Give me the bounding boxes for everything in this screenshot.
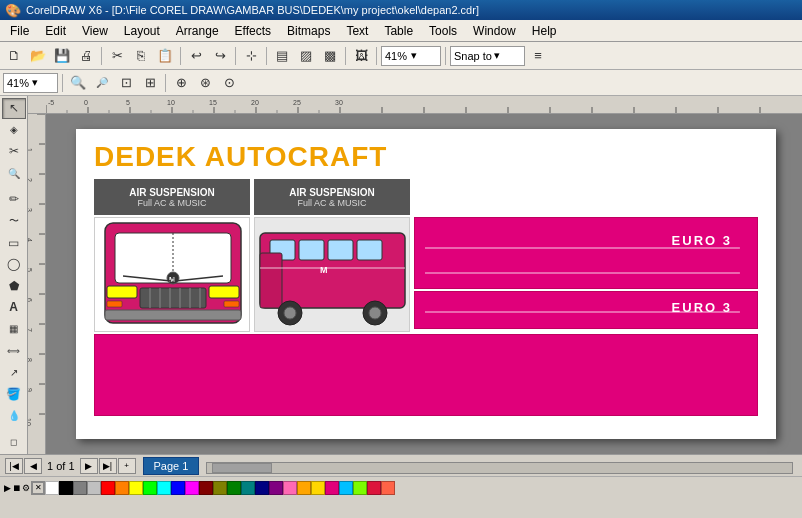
color-swatch[interactable] bbox=[101, 481, 115, 495]
pink-panel-mid: EURO 3 bbox=[414, 291, 758, 329]
color-swatch[interactable] bbox=[227, 481, 241, 495]
no-fill-swatch[interactable]: ✕ bbox=[31, 481, 45, 495]
menu-item-edit[interactable]: Edit bbox=[37, 22, 74, 40]
save-button[interactable]: 💾 bbox=[51, 45, 73, 67]
settings-icon[interactable]: ⚙ bbox=[22, 483, 30, 493]
new-button[interactable]: 🗋 bbox=[3, 45, 25, 67]
last-page-button[interactable]: ▶| bbox=[99, 458, 117, 474]
freehand-tool[interactable]: ✏ bbox=[2, 189, 26, 210]
color-swatch[interactable] bbox=[297, 481, 311, 495]
zoom-fit-button[interactable]: ⊡ bbox=[115, 72, 137, 94]
pointer-tool[interactable]: ↖ bbox=[2, 98, 26, 119]
color-swatch[interactable] bbox=[199, 481, 213, 495]
text-tool-btn[interactable]: A bbox=[2, 297, 26, 318]
next-page-button[interactable]: ▶ bbox=[80, 458, 98, 474]
color-swatch[interactable] bbox=[269, 481, 283, 495]
table-tool[interactable]: ▦ bbox=[2, 319, 26, 340]
color-swatch[interactable] bbox=[73, 481, 87, 495]
menu-item-effects[interactable]: Effects bbox=[227, 22, 279, 40]
svg-text:M: M bbox=[320, 265, 328, 275]
zoom-in-button[interactable]: 🔍 bbox=[67, 72, 89, 94]
smart-draw-tool[interactable]: 〜 bbox=[2, 211, 26, 232]
bus-front-svg: M bbox=[95, 218, 250, 332]
color-swatch[interactable] bbox=[381, 481, 395, 495]
zoom2-dropdown[interactable]: 41% ▾ bbox=[3, 73, 58, 93]
color-swatch[interactable] bbox=[311, 481, 325, 495]
sep4 bbox=[266, 47, 267, 65]
first-page-button[interactable]: |◀ bbox=[5, 458, 23, 474]
eyedropper-tool[interactable]: 💧 bbox=[2, 405, 26, 426]
cut-button[interactable]: ✂ bbox=[106, 45, 128, 67]
color-swatch[interactable] bbox=[143, 481, 157, 495]
rect-tool[interactable]: ▭ bbox=[2, 232, 26, 253]
color-swatch[interactable] bbox=[87, 481, 101, 495]
polygon-tool[interactable]: ⬟ bbox=[2, 275, 26, 296]
zoom-prev-button[interactable]: ⊙ bbox=[218, 72, 240, 94]
open-button[interactable]: 📂 bbox=[27, 45, 49, 67]
ellipse-tool[interactable]: ◯ bbox=[2, 254, 26, 275]
outline-tool[interactable]: ◻ bbox=[2, 431, 26, 452]
color-swatch[interactable] bbox=[255, 481, 269, 495]
snap-chevron-icon: ▾ bbox=[494, 49, 500, 62]
undo-button[interactable]: ↩ bbox=[185, 45, 207, 67]
color-swatch[interactable] bbox=[213, 481, 227, 495]
prev-page-button[interactable]: ◀ bbox=[24, 458, 42, 474]
zoom-out-button[interactable]: 🔎 bbox=[91, 72, 113, 94]
svg-text:25: 25 bbox=[293, 99, 301, 106]
crop-tool[interactable]: ✂ bbox=[2, 141, 26, 162]
color-swatch[interactable] bbox=[339, 481, 353, 495]
menu-item-tools[interactable]: Tools bbox=[421, 22, 465, 40]
main-area: ↖ ◈ ✂ 🔍 ✏ 〜 ▭ ◯ ⬟ A ▦ ⟺ ↗ 🪣 💧 ◻ -5 0 bbox=[0, 96, 802, 454]
distribute-button[interactable]: ▨ bbox=[295, 45, 317, 67]
zoom-tool-btn[interactable]: 🔍 bbox=[2, 163, 26, 184]
canvas[interactable]: DEDEK AUTOCRAFT AIR SUSPENSION Full AC &… bbox=[46, 114, 802, 454]
menu-item-bitmaps[interactable]: Bitmaps bbox=[279, 22, 338, 40]
shape-tool[interactable]: ◈ bbox=[2, 120, 26, 141]
zoom-select-button[interactable]: ⊕ bbox=[170, 72, 192, 94]
color-swatch[interactable] bbox=[353, 481, 367, 495]
color-swatch[interactable] bbox=[45, 481, 59, 495]
tsep2 bbox=[165, 74, 166, 92]
add-page-button[interactable]: + bbox=[118, 458, 136, 474]
h-scroll-thumb[interactable] bbox=[212, 463, 272, 473]
menu-item-layout[interactable]: Layout bbox=[116, 22, 168, 40]
color-swatch[interactable] bbox=[185, 481, 199, 495]
menu-item-table[interactable]: Table bbox=[376, 22, 421, 40]
select-button[interactable]: ⊹ bbox=[240, 45, 262, 67]
color-swatch[interactable] bbox=[325, 481, 339, 495]
color-swatch[interactable] bbox=[283, 481, 297, 495]
color-swatch[interactable] bbox=[367, 481, 381, 495]
color-swatch[interactable] bbox=[59, 481, 73, 495]
color-swatch[interactable] bbox=[115, 481, 129, 495]
menu-item-text[interactable]: Text bbox=[338, 22, 376, 40]
snap-options-button[interactable]: ≡ bbox=[527, 45, 549, 67]
print-button[interactable]: 🖨 bbox=[75, 45, 97, 67]
menu-item-file[interactable]: File bbox=[2, 22, 37, 40]
image-button[interactable]: 🖼 bbox=[350, 45, 372, 67]
zoom-all-button[interactable]: ⊛ bbox=[194, 72, 216, 94]
menu-item-view[interactable]: View bbox=[74, 22, 116, 40]
zoom-page-button[interactable]: ⊞ bbox=[139, 72, 161, 94]
redo-button[interactable]: ↪ bbox=[209, 45, 231, 67]
paste-button[interactable]: 📋 bbox=[154, 45, 176, 67]
fill-tool-btn[interactable]: 🪣 bbox=[2, 383, 26, 404]
menu-item-help[interactable]: Help bbox=[524, 22, 565, 40]
page1-tab[interactable]: Page 1 bbox=[143, 457, 200, 475]
dimension-tool[interactable]: ⟺ bbox=[2, 340, 26, 361]
play-icon[interactable]: ▶ bbox=[4, 483, 11, 493]
color-swatch[interactable] bbox=[241, 481, 255, 495]
connector-tool[interactable]: ↗ bbox=[2, 362, 26, 383]
zoom-dropdown[interactable]: 41% ▾ bbox=[381, 46, 441, 66]
snap-dropdown[interactable]: Snap to ▾ bbox=[450, 46, 525, 66]
stop-icon[interactable]: ⏹ bbox=[12, 483, 21, 493]
align-button[interactable]: ▤ bbox=[271, 45, 293, 67]
menu-item-window[interactable]: Window bbox=[465, 22, 524, 40]
menu-item-arrange[interactable]: Arrange bbox=[168, 22, 227, 40]
h-scrollbar[interactable] bbox=[206, 462, 793, 474]
color-swatch[interactable] bbox=[129, 481, 143, 495]
color-swatch[interactable] bbox=[157, 481, 171, 495]
color-swatch[interactable] bbox=[171, 481, 185, 495]
banner-left-line1: AIR SUSPENSION bbox=[129, 187, 215, 198]
group-button[interactable]: ▩ bbox=[319, 45, 341, 67]
copy-button[interactable]: ⎘ bbox=[130, 45, 152, 67]
